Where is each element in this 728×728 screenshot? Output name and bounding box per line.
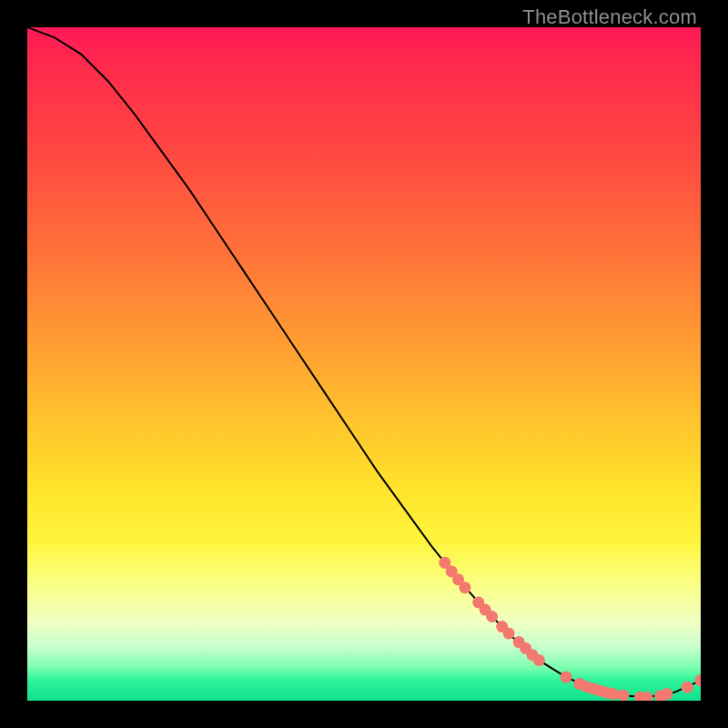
chart-marker [695, 674, 702, 686]
chart-marker [662, 688, 673, 700]
chart-marker [503, 628, 515, 640]
chart-marker [561, 672, 572, 683]
chart-marker [533, 654, 545, 666]
chart-plot-area [27, 27, 701, 701]
chart-marker [682, 682, 693, 693]
chart-stage: TheBottleneck.com [0, 0, 728, 728]
chart-curve [27, 27, 701, 697]
chart-svg [27, 27, 701, 701]
chart-marker [607, 688, 619, 700]
attribution-label: TheBottleneck.com [522, 5, 697, 29]
chart-marker [617, 690, 629, 701]
chart-marker [486, 611, 498, 622]
chart-marker [460, 581, 471, 593]
chart-markers [439, 557, 701, 701]
